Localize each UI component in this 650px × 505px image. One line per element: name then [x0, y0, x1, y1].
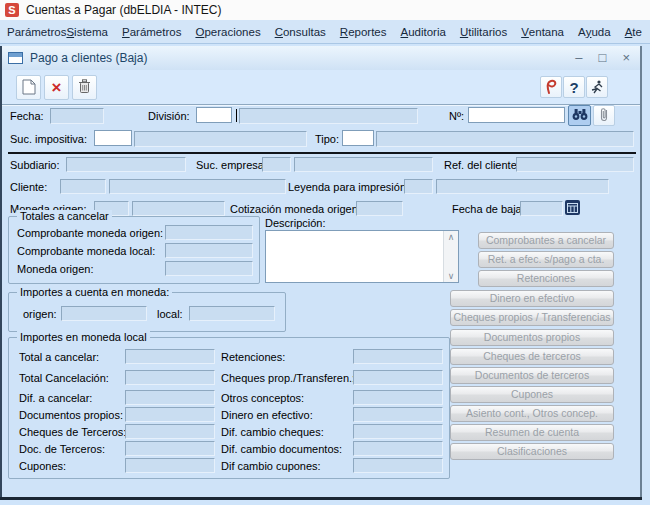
suc-impositiva-label: Suc. impositiva: [10, 133, 87, 145]
menu-key: O [195, 26, 204, 38]
scroll-down-icon[interactable]: ∨ [444, 270, 458, 282]
minimize-icon[interactable]: – [575, 46, 582, 70]
tipo-desc-field [376, 131, 634, 147]
descripcion-textarea[interactable]: ∧ ∨ [265, 230, 459, 283]
close-icon[interactable]: × [622, 46, 630, 70]
child-window-right-border [640, 46, 642, 500]
origen-label: origen: [23, 308, 57, 320]
exit-button[interactable] [586, 76, 608, 98]
new-record-button[interactable] [16, 75, 41, 100]
ref-cliente-field [516, 157, 634, 172]
menu-item-ventana[interactable]: Ventana [514, 20, 571, 43]
application-window: S Cuentas a Pagar (dbELDIA - INTEC) Pará… [0, 0, 650, 505]
action-button-clasificaciones[interactable]: Clasificaciones [450, 443, 614, 460]
menu-item-ayuda[interactable]: Ayuda [571, 20, 618, 43]
cliente-name-field [109, 179, 286, 194]
help-button[interactable]: ? [563, 76, 585, 98]
comprobante-origen-field [165, 225, 253, 240]
menu-label: uditoria [408, 26, 446, 38]
local-label: local: [157, 308, 183, 320]
scroll-up-icon[interactable]: ∧ [444, 231, 458, 243]
otros-conceptos-label: Otros conceptos: [221, 392, 304, 404]
signature-tool-button[interactable] [540, 76, 562, 98]
totales-group-title: Totales a cancelar [17, 210, 112, 222]
cheques-de-terceros-label: Cheques de Terceros: [19, 426, 126, 438]
menu-item-parametros[interactable]: Parámetros [115, 20, 188, 43]
total-a-cancelar-field [125, 349, 215, 364]
documentos-propios-label: Documentos propios: [19, 409, 123, 421]
menu-label: entana [529, 26, 564, 38]
maximize-icon[interactable]: □ [599, 46, 607, 70]
fecha-baja-field [520, 201, 563, 216]
cancel-record-button[interactable]: × [44, 75, 69, 100]
moneda-origen-desc-field [132, 201, 225, 216]
attachment-button[interactable] [593, 105, 615, 126]
division-code-input[interactable] [196, 107, 232, 123]
menu-item-consultas[interactable]: Consultas [268, 20, 333, 43]
cheques-prop-transferen-label: Cheques prop./Transferen.: [221, 372, 355, 384]
menu-label: onsultas [283, 26, 326, 38]
child-window-bottom-border [0, 497, 642, 500]
cheques-prop-transferen-field [353, 370, 443, 385]
action-button-retenciones[interactable]: Retenciones [478, 270, 614, 287]
documentos-propios-field [125, 407, 215, 422]
descripcion-scrollbar[interactable]: ∧ ∨ [443, 231, 458, 282]
calendar-icon[interactable] [565, 200, 580, 215]
cheques-de-terceros-field [125, 424, 215, 439]
division-label: División: [148, 110, 190, 122]
delete-record-button[interactable] [72, 75, 97, 100]
menu-label: uda [591, 26, 610, 38]
action-button-ret-a-efec-s-pago-a-cta[interactable]: Ret. a efec. s/pago a cta. [478, 251, 614, 268]
fecha-baja-label: Fecha de baja: [452, 203, 525, 215]
menu-item-operaciones[interactable]: Operaciones [188, 20, 267, 43]
form-window-icon [8, 52, 23, 64]
leyenda-code-field [404, 179, 433, 194]
suc-impositiva-input[interactable] [94, 130, 132, 146]
action-button-cupones[interactable]: Cupones [450, 386, 614, 403]
leyenda-label: Leyenda para impresión: [288, 181, 409, 193]
dif-cambio-cheques-field [353, 424, 443, 439]
app-title: Cuentas a Pagar (dbELDIA - INTEC) [26, 3, 221, 17]
totales-group: Totales a cancelar Comprobante moneda or… [8, 216, 260, 284]
tipo-input[interactable] [342, 130, 374, 146]
comprobante-local-label: Comprobante moneda local: [17, 245, 155, 257]
retenciones-field [353, 349, 443, 364]
importes-cuenta-group: Importes a cuenta en moneda: origen: loc… [8, 292, 286, 332]
dinero-en-efectivo-field [353, 407, 443, 422]
action-button-cheques-de-terceros[interactable]: Cheques de terceros [450, 348, 614, 365]
menu-item-utilitarios[interactable]: Utilitarios [453, 20, 514, 43]
moneda-origen-total-field [165, 261, 253, 276]
ref-cliente-label: Ref. del cliente: [444, 159, 520, 171]
fecha-label: Fecha: [10, 110, 44, 122]
dif-a-cancelar-label: Dif. a cancelar: [19, 392, 92, 404]
action-button-cheques-propios-transferencias[interactable]: Cheques propios / Transferencias [450, 309, 614, 326]
menu-item-auditoria[interactable]: Auditoria [393, 20, 452, 43]
cotizacion-label: Cotización moneda origen: [230, 203, 361, 215]
action-button-comprobantes-a-cancelar[interactable]: Comprobantes a cancelar [478, 232, 614, 249]
menu-item-reportes[interactable]: Reportes [333, 20, 394, 43]
division-name-field [239, 108, 418, 124]
menu-key: U [460, 26, 468, 38]
total-a-cancelar-label: Total a cancelar: [19, 351, 99, 363]
tipo-label: Tipo: [315, 133, 339, 145]
action-button-resumen-de-cuenta[interactable]: Resumen de cuenta [450, 424, 614, 441]
menu-item-atencion[interactable]: Ate [618, 20, 649, 43]
suc-empresa-code-field [262, 157, 291, 172]
search-button[interactable] [568, 105, 591, 126]
menu-label: A [578, 26, 586, 38]
numero-input[interactable] [468, 107, 565, 123]
action-button-documentos-de-terceros[interactable]: Documentos de terceros [450, 367, 614, 384]
menu-item-parametros-sistema[interactable]: Parámetros Sistema [0, 20, 115, 43]
menu-label: tilitarios [468, 26, 507, 38]
doc-de-terceros-label: Doc. de Terceros: [19, 443, 105, 455]
action-button-documentos-propios[interactable]: Documentos propios [450, 329, 614, 346]
subdiario-field [66, 157, 186, 172]
trash-icon [78, 79, 91, 96]
numero-label: Nº: [449, 110, 464, 122]
action-button-dinero-en-efectivo[interactable]: Dinero en efectivo [450, 290, 614, 307]
text-caret [236, 109, 237, 122]
dif-cambio-documentos-field [353, 441, 443, 456]
child-window: Pago a clientes (Baja) – □ × × [2, 46, 640, 497]
leyenda-desc-field [436, 179, 609, 194]
action-button-asiento-cont-otros-concep[interactable]: Asiento cont., Otros concep. [450, 405, 614, 422]
